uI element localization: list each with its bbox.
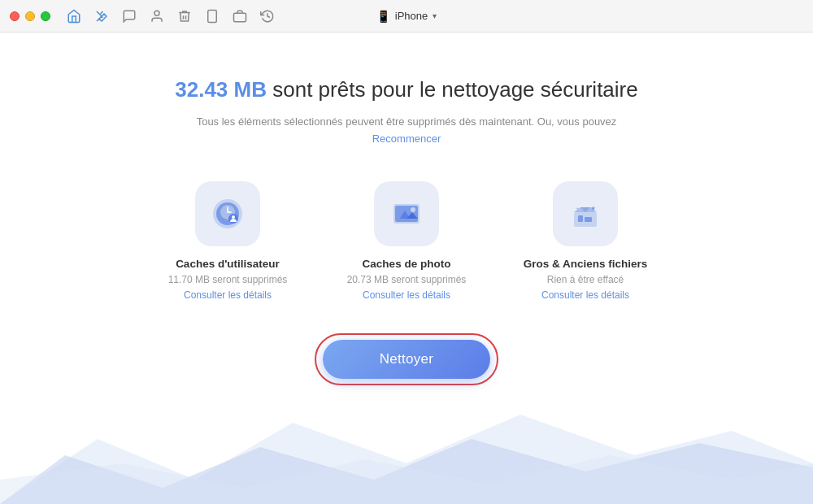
card-photo-cache-link[interactable]: Consulter les détails <box>363 289 450 301</box>
svg-rect-19 <box>585 217 592 222</box>
card-photo-cache-title: Caches de photo <box>363 258 451 270</box>
large-files-icon-wrap: ★ ✦ <box>553 181 618 246</box>
card-photo-cache-subtitle: 20.73 MB seront supprimés <box>347 274 467 285</box>
photo-cache-icon-wrap <box>374 181 439 246</box>
svg-marker-23 <box>0 439 813 504</box>
svg-text:★: ★ <box>590 205 596 212</box>
card-large-files-title: Gros & Anciens fichiers <box>524 258 648 270</box>
briefcase-icon[interactable] <box>231 7 249 25</box>
card-large-files-link[interactable]: Consulter les détails <box>541 289 629 301</box>
svg-point-16 <box>411 207 415 212</box>
phone-device-icon[interactable] <box>203 7 221 25</box>
card-large-files-subtitle: Rien à être effacé <box>547 274 624 285</box>
size-highlight: 32.43 MB <box>175 77 267 102</box>
card-user-cache: Caches d'utilisateur 11.70 MB seront sup… <box>163 181 293 301</box>
card-user-cache-subtitle: 11.70 MB seront supprimés <box>168 274 288 285</box>
mountains-background <box>0 398 813 504</box>
heading-rest: sont prêts pour le nettoyage sécuritaire <box>272 77 637 102</box>
card-user-cache-title: Caches d'utilisateur <box>176 258 280 270</box>
chevron-down-icon[interactable]: ▾ <box>433 11 437 20</box>
card-user-cache-link[interactable]: Consulter les détails <box>184 289 272 301</box>
broom-icon[interactable] <box>93 7 111 25</box>
contacts-icon[interactable] <box>148 7 166 25</box>
close-button[interactable] <box>10 11 20 21</box>
cards-row: Caches d'utilisateur 11.70 MB seront sup… <box>163 181 650 301</box>
history-icon[interactable] <box>259 7 276 25</box>
sub-text-line1: Tous les éléments sélectionnés peuvent ê… <box>197 114 617 131</box>
restart-link[interactable]: Recommencer <box>372 133 441 145</box>
card-large-files: ★ ✦ Gros & Anciens fichiers Rien à être … <box>520 181 650 301</box>
clean-button[interactable]: Nettoyer <box>323 340 491 379</box>
svg-text:✦: ✦ <box>576 206 580 211</box>
svg-point-11 <box>232 215 235 219</box>
button-area: Nettoyer <box>315 333 499 385</box>
main-content: 32.43 MB sont prêts pour le nettoyage sé… <box>0 33 813 504</box>
trash-icon[interactable] <box>176 7 193 25</box>
toolbar-icons <box>65 7 276 25</box>
user-cache-icon-wrap <box>195 181 260 246</box>
svg-rect-18 <box>578 215 583 222</box>
device-icon: 📱 <box>376 10 390 23</box>
titlebar: 📱 iPhone ▾ <box>0 0 813 33</box>
button-outline-frame: Nettoyer <box>315 333 499 385</box>
svg-marker-22 <box>0 415 813 504</box>
traffic-lights <box>10 11 50 21</box>
card-photo-cache: Caches de photo 20.73 MB seront supprimé… <box>341 181 472 301</box>
chat-icon[interactable] <box>120 7 138 25</box>
svg-rect-3 <box>234 13 246 22</box>
home-icon[interactable] <box>65 7 83 25</box>
svg-marker-24 <box>0 455 813 504</box>
maximize-button[interactable] <box>41 11 50 21</box>
device-name: iPhone <box>395 10 428 22</box>
main-heading: 32.43 MB sont prêts pour le nettoyage sé… <box>175 77 637 102</box>
svg-point-0 <box>154 11 159 15</box>
titlebar-center: 📱 iPhone ▾ <box>376 10 437 23</box>
minimize-button[interactable] <box>25 11 35 21</box>
